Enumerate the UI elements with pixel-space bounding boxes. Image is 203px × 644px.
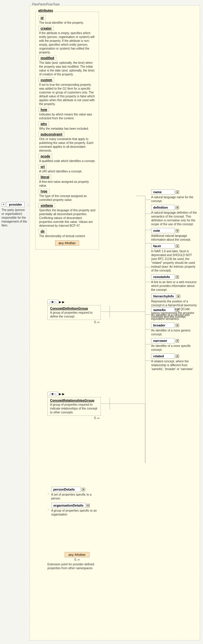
hierarchyinfo-plus-icon: + bbox=[177, 295, 180, 298]
right-elements-cdg: sameAs + An identifier of a concept with… bbox=[151, 307, 197, 373]
crg-left-connector: —▶— bbox=[47, 392, 58, 396]
elem-related-desc: A related concept, where the relationshi… bbox=[151, 359, 197, 371]
org-details-block: organisationDetails + A group of propert… bbox=[51, 503, 99, 516]
provider-name-box: provider bbox=[6, 202, 25, 207]
elem-related-row: related + bbox=[151, 353, 197, 359]
cdg-desc: A group of properties required to define… bbox=[50, 311, 98, 318]
provider-section: + provider The party (person or organisa… bbox=[1, 202, 28, 227]
note-plus-icon: + bbox=[176, 229, 179, 232]
elem-narrower-row: narrower + bbox=[151, 338, 197, 343]
person-details-desc: A set of properties specific to a person bbox=[51, 493, 99, 500]
any-other-bottom-mult: 0..∞ bbox=[47, 558, 107, 561]
person-connector: +· bbox=[47, 492, 50, 495]
attr-why-name: why bbox=[39, 121, 49, 126]
elem-remoteinfo-box: remoteInfo bbox=[151, 274, 175, 280]
elem-definition-desc: A natural language definition of the sem… bbox=[151, 211, 197, 226]
elem-broader-box: broader bbox=[151, 323, 175, 328]
elem-related-box: related bbox=[151, 353, 175, 359]
person-details-box: personDetails bbox=[51, 487, 81, 492]
person-details-block: personDetails + A set of properties spec… bbox=[51, 487, 99, 500]
elem-name-row: name + bbox=[151, 189, 197, 195]
org-details-box: organisationDetails bbox=[51, 503, 86, 508]
attr-literal-name: literal bbox=[39, 175, 51, 179]
provider-box: + provider bbox=[1, 202, 28, 207]
attr-literal: literal A free-text value assigned as pr… bbox=[39, 175, 96, 188]
org-details-plus-icon: + bbox=[87, 504, 90, 507]
attr-type-name: type bbox=[39, 189, 49, 193]
elem-note-desc: Additional natural language information … bbox=[151, 234, 197, 242]
elem-narrower-desc: An identifier of a more specific concept… bbox=[151, 344, 197, 352]
person-org-section: +· personDetails + A set of properties s… bbox=[47, 487, 99, 516]
person-details-row: +· personDetails + A set of properties s… bbox=[47, 487, 99, 500]
any-other-label: any ##other bbox=[55, 240, 79, 246]
elem-sameas-block: sameAs + An identifier of a concept with… bbox=[151, 307, 197, 321]
attr-creator: creator If the attribute is empty, speci… bbox=[39, 26, 96, 54]
elem-remoteinfo-row: remoteInfo + bbox=[151, 274, 197, 280]
elem-sameas-row: sameAs + bbox=[151, 307, 197, 313]
attr-pubconstraint: pubconstraint One or many constraints th… bbox=[39, 132, 96, 153]
crg-box: ConceptRelationshipsGroup A group of pro… bbox=[47, 397, 101, 416]
elem-definition-row: definition + bbox=[151, 205, 197, 210]
crg-title: ConceptRelationshipsGroup bbox=[50, 399, 94, 402]
elem-note-block: note + Additional natural language infor… bbox=[151, 228, 197, 242]
sameas-plus-icon: + bbox=[176, 308, 179, 312]
elem-facet-desc: In NAR 1.8 and later, facet is deprecate… bbox=[151, 249, 197, 272]
crg-multiplicity-icons: ▶·▶ bbox=[59, 392, 65, 396]
narrower-plus-icon: + bbox=[176, 339, 179, 342]
elem-facet-block: facet + In NAR 1.8 and later, facet is d… bbox=[151, 243, 197, 272]
any-other-bottom-box-wrap: any ##other bbox=[47, 552, 107, 557]
crg-section: —▶— ▶·▶ ConceptRelationshipsGroup A grou… bbox=[47, 392, 101, 420]
elem-facet-box: facet bbox=[151, 243, 175, 249]
remoteinfo-plus-icon: + bbox=[176, 275, 179, 279]
attr-literal-desc: A free-text value assigned as property v… bbox=[39, 180, 96, 188]
attr-uri-desc: A URI which identifies a concept. bbox=[39, 169, 96, 173]
org-connector: +· bbox=[47, 508, 50, 511]
person-details-plus-icon: + bbox=[82, 488, 85, 491]
elem-sameas-box: sameAs bbox=[151, 307, 175, 313]
facet-plus-icon: + bbox=[176, 245, 179, 248]
attr-type-desc: The type of the concept assigned as cont… bbox=[39, 194, 96, 202]
elem-name-box: name bbox=[151, 189, 175, 195]
attr-pubconstraint-desc: One or many constraints that apply to pu… bbox=[39, 137, 96, 153]
attr-creator-name: creator bbox=[39, 26, 54, 31]
cdg-left-connector: —▶— bbox=[47, 300, 58, 304]
org-details-name-row: organisationDetails + bbox=[51, 503, 99, 508]
attr-dir-desc: The directionality of textual content. bbox=[39, 234, 96, 238]
attr-how-name: how bbox=[39, 107, 49, 112]
elem-name-block: name + A natural language name for the c… bbox=[151, 189, 197, 203]
page-container: FlexPartyPropType attributes id The loca… bbox=[0, 0, 203, 644]
elem-remoteinfo-block: remoteInfo + A link to an item or a web … bbox=[151, 274, 197, 292]
attr-custom: custom If set to true the corresponding … bbox=[39, 77, 96, 106]
definition-plus-icon: + bbox=[176, 206, 179, 209]
any-other-bottom-box: any ##other bbox=[65, 552, 89, 557]
cdg-multiplicity-icons: ▶·▶ bbox=[59, 300, 65, 304]
attr-modified-desc: The date (and, optionally, the time) whe… bbox=[39, 61, 96, 76]
attr-custom-desc: If set to true the corresponding propert… bbox=[39, 83, 96, 106]
elem-sameas-desc: An identifier of a concept with equivale… bbox=[151, 313, 197, 321]
elem-narrower-block: narrower + An identifier of a more speci… bbox=[151, 338, 197, 352]
attr-creator-desc: If the attribute is empty, specifies whi… bbox=[39, 31, 96, 54]
name-plus-icon: + bbox=[176, 191, 179, 194]
attributes-label: attributes bbox=[37, 9, 54, 12]
attr-id-desc: The local identifier of the property. bbox=[39, 21, 96, 25]
attr-dir: dir The directionality of textual conten… bbox=[39, 229, 96, 238]
attr-pubconstraint-name: pubconstraint bbox=[39, 132, 64, 137]
provider-desc: The party (person or organisation) respo… bbox=[1, 208, 28, 227]
elem-broader-block: broader + An identifier of a more generi… bbox=[151, 323, 197, 336]
attr-modified-name: modified bbox=[39, 55, 56, 60]
elem-name-desc: A natural language name for the concept. bbox=[151, 195, 197, 203]
elem-hierarchyinfo-row: hierarchyInfo + bbox=[151, 294, 197, 299]
cdg-mult-label: 0..∞ bbox=[47, 321, 101, 324]
cdg-box: ConceptDefinitionGroup A group of proper… bbox=[47, 305, 101, 320]
crg-desc: A group of properties required to indica… bbox=[50, 403, 98, 414]
attr-xmllang-desc: Specifies the language of this property … bbox=[39, 208, 96, 228]
attr-qcode-desc: A qualified code which identifies a conc… bbox=[39, 159, 96, 163]
attr-type: type The type of the concept assigned as… bbox=[39, 189, 96, 202]
elem-remoteinfo-desc: A link to an item or a web resource whic… bbox=[151, 280, 197, 292]
provider-diamond-icon: + bbox=[1, 202, 5, 207]
attr-why-desc: Why the metadata has been included. bbox=[39, 127, 96, 131]
elem-note-box: note bbox=[151, 228, 175, 233]
cdg-title: ConceptDefinitionGroup bbox=[50, 307, 88, 310]
attr-xmllang-name: xmllang bbox=[39, 203, 55, 208]
attr-dir-name: dir bbox=[39, 229, 47, 234]
